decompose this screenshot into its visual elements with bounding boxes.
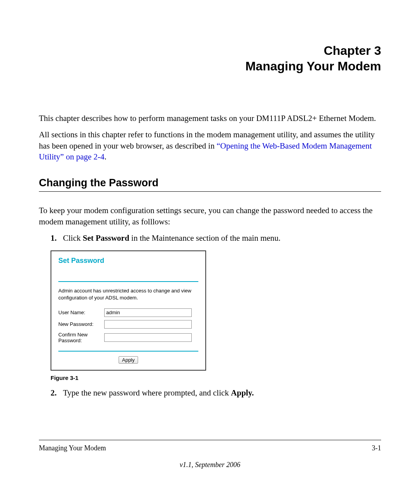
confirm-password-row: Confirm New Password: <box>58 332 198 344</box>
section-heading: Changing the Password <box>39 177 381 189</box>
panel-top-rule <box>58 270 198 282</box>
panel-title: Set Password <box>58 257 198 265</box>
confirm-password-label: Confirm New Password: <box>58 332 104 344</box>
step-2: 2. Type the new password where prompted,… <box>51 387 381 398</box>
chapter-number: Chapter 3 <box>39 43 381 58</box>
step-2-bold: Apply. <box>231 388 254 397</box>
footer-rule <box>39 440 381 440</box>
intro-paragraph-1: This chapter describes how to perform ma… <box>39 113 381 124</box>
apply-button[interactable]: Apply <box>119 356 138 364</box>
username-row: User Name: <box>58 308 198 317</box>
username-input[interactable] <box>104 308 192 317</box>
chapter-name: Managing Your Modem <box>39 58 381 74</box>
step-2-number: 2. <box>51 387 63 398</box>
chapter-title: Chapter 3 Managing Your Modem <box>39 43 381 74</box>
step-1-bold: Set Password <box>83 233 130 243</box>
step-1-text-b: in the Maintenance section of the main m… <box>129 233 280 243</box>
new-password-row: New Password: <box>58 320 198 329</box>
footer-page-number: 3-1 <box>372 444 381 452</box>
step-1-text-a: Click <box>63 233 83 243</box>
figure-caption: Figure 3-1 <box>51 374 381 381</box>
page-footer: Managing Your Modem 3-1 v1.1, September … <box>39 440 381 469</box>
step-1-number: 1. <box>51 233 63 243</box>
step-2-text: Type the new password where prompted, an… <box>63 387 381 398</box>
new-password-input[interactable] <box>104 320 192 329</box>
step-1: 1. Click Set Password in the Maintenance… <box>51 233 381 243</box>
footer-version: v1.1, September 2006 <box>39 461 381 469</box>
confirm-password-input[interactable] <box>104 333 192 342</box>
section-paragraph: To keep your modem configuration setting… <box>39 205 381 227</box>
intro-p2-text-b: . <box>105 152 107 161</box>
step-1-text: Click Set Password in the Maintenance se… <box>63 233 381 243</box>
panel-bottom-rule <box>58 351 198 352</box>
panel-description: Admin account has unrestricted access to… <box>58 287 198 301</box>
footer-left: Managing Your Modem <box>39 444 106 452</box>
step-2-text-a: Type the new password where prompted, an… <box>63 388 231 397</box>
new-password-label: New Password: <box>58 321 104 327</box>
set-password-panel: Set Password Admin account has unrestric… <box>51 250 206 370</box>
section-rule <box>39 191 381 192</box>
intro-paragraph-2: All sections in this chapter refer to fu… <box>39 129 381 162</box>
username-label: User Name: <box>58 310 104 316</box>
